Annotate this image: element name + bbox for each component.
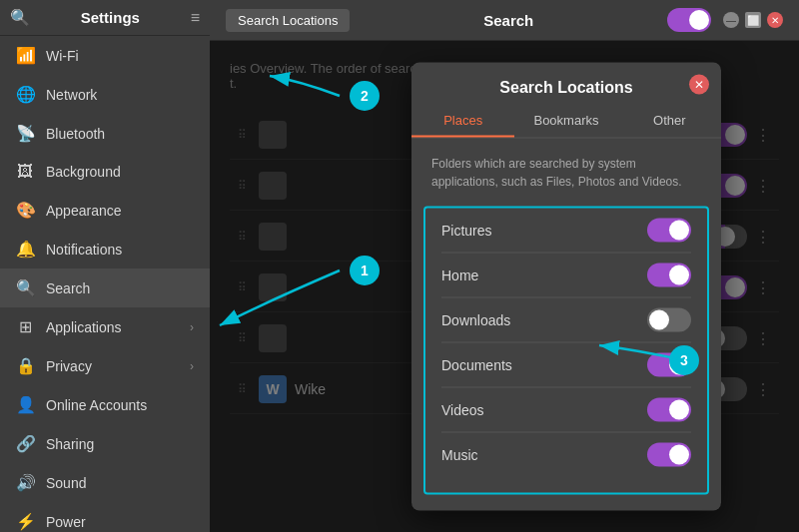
sidebar-label-sound: Sound <box>46 475 194 491</box>
sidebar-item-search[interactable]: 🔍 Search <box>0 268 210 307</box>
annotation-2: 2 <box>350 81 380 111</box>
sidebar-item-sound[interactable]: 🔊 Sound <box>0 463 210 502</box>
sidebar-item-power[interactable]: ⚡ Power <box>0 502 210 532</box>
dialog-tab-bookmarks[interactable]: Bookmarks <box>514 105 617 138</box>
main-title: Search <box>362 12 655 29</box>
appearance-icon: 🎨 <box>16 201 34 220</box>
location-label-videos: Videos <box>441 402 647 418</box>
main-toggle[interactable] <box>667 8 711 32</box>
sidebar-item-online-accounts[interactable]: 👤 Online Accounts <box>0 385 210 424</box>
power-icon: ⚡ <box>16 512 34 531</box>
sidebar-items: 📶 Wi-Fi 🌐 Network 📡 Bluetooth 🖼 Backgrou… <box>0 36 210 532</box>
location-row-videos: Videos <box>441 388 691 433</box>
notifications-icon: 🔔 <box>16 240 34 259</box>
location-row-music: Music <box>441 433 691 477</box>
sidebar-label-sharing: Sharing <box>46 436 194 452</box>
location-label-music: Music <box>441 447 647 463</box>
dialog-tabs: PlacesBookmarksOther <box>411 105 721 139</box>
sidebar-menu-icon[interactable]: ≡ <box>191 9 200 27</box>
sidebar-item-applications[interactable]: ⊞ Applications › <box>0 307 210 346</box>
sidebar-item-wifi[interactable]: 📶 Wi-Fi <box>0 36 210 75</box>
search-locations-dialog: Search Locations ✕ PlacesBookmarksOther … <box>411 63 721 511</box>
wifi-icon: 📶 <box>16 46 34 65</box>
location-label-home: Home <box>441 267 647 283</box>
sound-icon: 🔊 <box>16 473 34 492</box>
location-label-pictures: Pictures <box>441 223 647 239</box>
sidebar-title: Settings <box>38 9 183 26</box>
dialog-title: Search Locations <box>499 79 632 97</box>
dialog-header: Search Locations ✕ <box>411 63 721 105</box>
annotation-1: 1 <box>350 256 380 285</box>
location-toggle-home[interactable] <box>647 264 691 287</box>
sidebar-label-notifications: Notifications <box>46 242 194 258</box>
background-icon: 🖼 <box>16 163 34 181</box>
close-button[interactable]: ✕ <box>767 12 783 28</box>
sidebar-item-notifications[interactable]: 🔔 Notifications <box>0 230 210 268</box>
window-controls: — ⬜ ✕ <box>723 12 783 28</box>
location-toggle-downloads[interactable] <box>647 308 691 332</box>
arrow-icon: › <box>190 320 194 334</box>
app-container: 🔍 Settings ≡ 📶 Wi-Fi 🌐 Network 📡 Bluetoo… <box>0 0 799 532</box>
dialog-description: Folders which are searched by system app… <box>411 151 721 207</box>
sidebar-label-background: Background <box>46 164 194 180</box>
main-body: ies Overview. The order of search t. ⠿ ⋮… <box>210 41 799 532</box>
dialog-tab-other[interactable]: Other <box>618 105 721 138</box>
annotation-3: 3 <box>669 345 699 375</box>
sidebar-label-network: Network <box>46 87 194 103</box>
network-icon: 🌐 <box>16 85 34 104</box>
sidebar-label-wifi: Wi-Fi <box>46 48 194 64</box>
privacy-icon: 🔒 <box>16 356 34 375</box>
location-label-documents: Documents <box>441 357 647 373</box>
location-row-downloads: Downloads <box>441 298 691 343</box>
sidebar: 🔍 Settings ≡ 📶 Wi-Fi 🌐 Network 📡 Bluetoo… <box>0 0 210 532</box>
dialog-tab-places[interactable]: Places <box>411 105 514 138</box>
sidebar-label-bluetooth: Bluetooth <box>46 126 194 142</box>
sidebar-label-appearance: Appearance <box>46 203 194 219</box>
location-row-home: Home <box>441 254 691 298</box>
main-content: Search Locations Search — ⬜ ✕ ies Overvi… <box>210 0 799 532</box>
minimize-button[interactable]: — <box>723 12 739 28</box>
sidebar-search-icon: 🔍 <box>10 8 30 27</box>
bluetooth-icon: 📡 <box>16 124 34 143</box>
location-toggle-music[interactable] <box>647 443 691 467</box>
sidebar-item-sharing[interactable]: 🔗 Sharing <box>0 424 210 463</box>
sidebar-label-search: Search <box>46 280 194 296</box>
online-accounts-icon: 👤 <box>16 395 34 414</box>
location-row-pictures: Pictures <box>441 209 691 254</box>
applications-icon: ⊞ <box>16 317 34 336</box>
sidebar-item-bluetooth[interactable]: 📡 Bluetooth <box>0 114 210 153</box>
dialog-close-button[interactable]: ✕ <box>689 75 709 95</box>
maximize-button[interactable]: ⬜ <box>745 12 761 28</box>
dialog-locations: Pictures Home Downloads Documents Videos… <box>423 207 709 495</box>
breadcrumb-button[interactable]: Search Locations <box>226 9 350 32</box>
sidebar-label-power: Power <box>46 514 194 530</box>
sidebar-label-applications: Applications <box>46 319 178 335</box>
sidebar-item-appearance[interactable]: 🎨 Appearance <box>0 191 210 230</box>
sidebar-item-privacy[interactable]: 🔒 Privacy › <box>0 346 210 385</box>
arrow-icon: › <box>190 359 194 373</box>
location-label-downloads: Downloads <box>441 312 647 328</box>
sidebar-label-privacy: Privacy <box>46 358 178 374</box>
main-header: Search Locations Search — ⬜ ✕ <box>210 0 799 41</box>
sidebar-item-background[interactable]: 🖼 Background <box>0 153 210 191</box>
location-toggle-pictures[interactable] <box>647 219 691 243</box>
search-icon: 🔍 <box>16 278 34 297</box>
sharing-icon: 🔗 <box>16 434 34 453</box>
location-row-documents: Documents <box>441 343 691 388</box>
sidebar-header: 🔍 Settings ≡ <box>0 0 210 36</box>
sidebar-item-network[interactable]: 🌐 Network <box>0 75 210 114</box>
location-toggle-videos[interactable] <box>647 398 691 422</box>
sidebar-label-online-accounts: Online Accounts <box>46 397 194 413</box>
